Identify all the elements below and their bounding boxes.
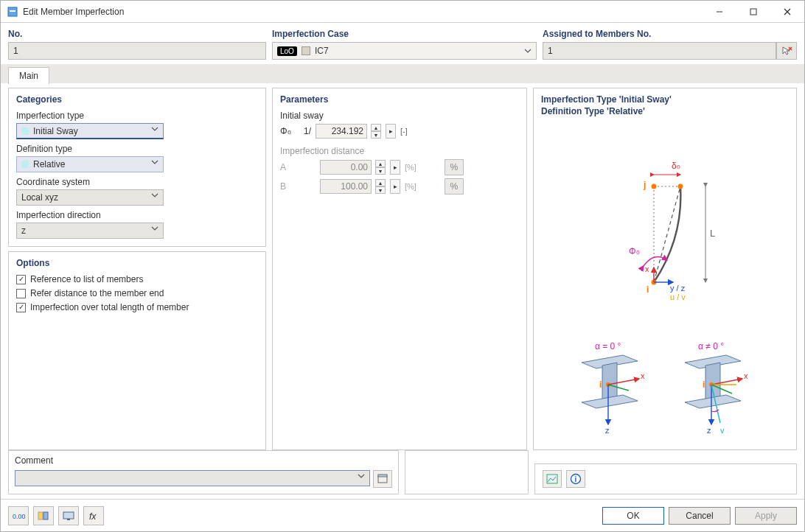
svg-rect-1 bbox=[10, 10, 15, 12]
window-title: Edit Member Imperfection bbox=[23, 7, 703, 17]
svg-rect-53 bbox=[547, 475, 557, 483]
svg-text:Φ₀: Φ₀ bbox=[629, 246, 640, 256]
phi-symbol: Φ₀ bbox=[280, 126, 299, 136]
b-pct-button[interactable]: % bbox=[445, 178, 464, 195]
definition-swatch-icon bbox=[21, 161, 29, 168]
coord-dropdown[interactable]: Local xyz bbox=[16, 189, 164, 206]
highlight-icon bbox=[37, 511, 50, 521]
direction-value: z bbox=[21, 225, 26, 236]
options-title: Options bbox=[16, 258, 258, 268]
dialog-window: Edit Member Imperfection No. 1 Imperfect… bbox=[0, 0, 805, 532]
case-chip: LoO bbox=[277, 46, 297, 56]
initial-sway-label: Initial sway bbox=[280, 111, 519, 121]
parameters-title: Parameters bbox=[280, 94, 519, 105]
svg-text:y / z: y / z bbox=[670, 284, 686, 293]
b-menu-button[interactable]: ▸ bbox=[390, 179, 400, 194]
b-spinner[interactable]: ▲▼ bbox=[375, 179, 386, 194]
section-alpha-zero: α = 0 ° i x bbox=[565, 339, 661, 442]
empty-panel bbox=[405, 450, 529, 494]
tab-main[interactable]: Main bbox=[8, 67, 49, 84]
case-label: Imperfection Case bbox=[272, 29, 537, 39]
pick-members-button[interactable] bbox=[776, 42, 797, 60]
svg-rect-57 bbox=[38, 512, 43, 519]
info-icon: i bbox=[570, 473, 582, 485]
apply-button[interactable]: Apply bbox=[735, 507, 797, 525]
info-panel: Imperfection Type 'Initial Sway' Definit… bbox=[533, 88, 797, 450]
imperfection-case-dropdown[interactable]: LoO IC7 bbox=[272, 42, 537, 60]
assigned-members-field[interactable]: 1 bbox=[543, 42, 776, 60]
section-alpha-nonzero: α ≠ 0 ° i x bbox=[669, 339, 764, 442]
definition-type-dropdown[interactable]: Relative bbox=[16, 156, 164, 172]
case-swatch-icon bbox=[302, 46, 310, 55]
phi-spinner[interactable]: ▲▼ bbox=[371, 124, 381, 139]
sway-diagram-svg: δ₀ j i bbox=[610, 157, 720, 304]
comment-row: Comment i bbox=[1, 450, 804, 499]
bottom-bar: 0.00 fx OK Cancel Apply bbox=[1, 499, 804, 531]
a-menu-button[interactable]: ▸ bbox=[390, 160, 400, 175]
phi-menu-button[interactable]: ▸ bbox=[386, 124, 396, 139]
titlebar: Edit Member Imperfection bbox=[1, 1, 804, 23]
svg-text:j: j bbox=[643, 180, 646, 190]
one-over-label: 1/ bbox=[304, 126, 311, 136]
opt-reference-list-label: Reference to list of members bbox=[30, 274, 143, 284]
comment-library-button[interactable] bbox=[373, 470, 392, 488]
direction-dropdown[interactable]: z bbox=[16, 223, 164, 239]
maximize-button[interactable] bbox=[736, 1, 770, 23]
chevron-down-icon bbox=[358, 474, 365, 478]
opt-over-total-length-label: Imperfection over total length of member bbox=[30, 302, 189, 312]
units-button[interactable]: 0.00 bbox=[8, 506, 29, 525]
info-line1: Imperfection Type 'Initial Sway' bbox=[541, 94, 789, 106]
monitor-icon bbox=[62, 511, 75, 521]
svg-text:i: i bbox=[647, 284, 649, 295]
a-spinner[interactable]: ▲▼ bbox=[375, 160, 386, 175]
app-icon bbox=[7, 6, 18, 18]
close-button[interactable] bbox=[770, 1, 804, 23]
svg-text:δ₀: δ₀ bbox=[672, 161, 680, 171]
case-value: IC7 bbox=[315, 46, 329, 56]
coord-label: Coordinate system bbox=[16, 177, 258, 187]
section-diagrams: α = 0 ° i x bbox=[541, 339, 789, 442]
render-button[interactable] bbox=[58, 506, 79, 525]
chevron-down-icon bbox=[524, 49, 532, 53]
comment-title: Comment bbox=[15, 455, 392, 466]
imperfection-type-value: Initial Sway bbox=[33, 126, 78, 136]
svg-text:α ≠ 0 °: α ≠ 0 ° bbox=[698, 341, 724, 351]
checkbox-refer-distance[interactable] bbox=[16, 289, 26, 298]
phi-value-input[interactable]: 234.192 bbox=[316, 124, 367, 139]
parameters-panel: Parameters Initial sway Φ₀ 1/ 234.192 ▲▼… bbox=[272, 88, 527, 450]
cursor-pick-icon bbox=[781, 45, 792, 57]
svg-text:x: x bbox=[641, 371, 645, 380]
cancel-button[interactable]: Cancel bbox=[669, 507, 731, 525]
a-label: A bbox=[280, 162, 299, 172]
svg-text:0.00: 0.00 bbox=[13, 513, 25, 520]
ok-button[interactable]: OK bbox=[602, 507, 664, 525]
svg-text:u / v: u / v bbox=[670, 293, 686, 301]
imperfection-type-dropdown[interactable]: Initial Sway bbox=[16, 123, 164, 139]
view-info-button[interactable]: i bbox=[566, 470, 585, 488]
minimize-button[interactable] bbox=[703, 1, 736, 23]
imperfection-type-label: Imperfection type bbox=[16, 111, 258, 121]
units-icon: 0.00 bbox=[12, 511, 25, 521]
assigned-label: Assigned to Members No. bbox=[543, 29, 797, 39]
assigned-value: 1 bbox=[548, 46, 553, 56]
b-label: B bbox=[280, 181, 299, 192]
no-field[interactable]: 1 bbox=[8, 42, 266, 60]
svg-text:L: L bbox=[710, 228, 715, 239]
formula-button[interactable]: fx bbox=[83, 506, 104, 525]
checkbox-reference-list[interactable] bbox=[16, 275, 26, 284]
svg-text:z: z bbox=[605, 426, 610, 435]
svg-rect-60 bbox=[67, 519, 70, 520]
checkbox-over-total-length[interactable] bbox=[16, 303, 26, 312]
chevron-down-icon bbox=[151, 193, 158, 197]
view-texture-button[interactable] bbox=[543, 470, 562, 488]
highlight-button[interactable] bbox=[33, 506, 54, 525]
info-heading: Imperfection Type 'Initial Sway' Definit… bbox=[541, 94, 789, 117]
svg-text:i: i bbox=[575, 475, 577, 483]
a-pct-button[interactable]: % bbox=[445, 159, 464, 175]
svg-text:z: z bbox=[707, 426, 711, 435]
svg-text:α = 0 °: α = 0 ° bbox=[595, 341, 621, 351]
comment-dropdown[interactable] bbox=[15, 470, 370, 486]
definition-type-value: Relative bbox=[33, 159, 65, 169]
b-value-input[interactable]: 100.00 bbox=[320, 179, 372, 194]
a-value-input[interactable]: 0.00 bbox=[320, 160, 372, 175]
